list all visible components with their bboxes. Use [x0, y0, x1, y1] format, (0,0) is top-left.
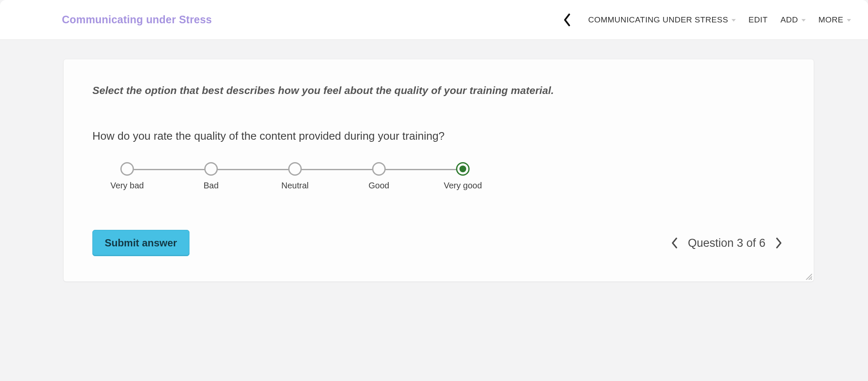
- likert-radio[interactable]: [120, 162, 134, 176]
- page-title: Communicating under Stress: [62, 14, 212, 26]
- likert-label: Very bad: [102, 181, 153, 190]
- likert-option: Bad: [186, 162, 236, 190]
- nav-more-dropdown[interactable]: MORE: [818, 15, 851, 25]
- nav-course-dropdown[interactable]: COMMUNICATING UNDER STRESS: [588, 15, 736, 25]
- nav-edit[interactable]: EDIT: [748, 15, 768, 25]
- likert-scale: Very badBadNeutralGoodVery good: [121, 162, 469, 200]
- nav-add-label: ADD: [780, 15, 798, 25]
- pager-next-button[interactable]: [773, 235, 785, 251]
- question-pager: Question 3 of 6: [668, 235, 785, 251]
- caret-down-icon: [847, 19, 851, 22]
- resize-handle-icon: [804, 272, 812, 280]
- likert-radio[interactable]: [372, 162, 386, 176]
- top-bar: Communicating under Stress COMMUNICATING…: [0, 0, 868, 40]
- likert-option: Neutral: [270, 162, 320, 190]
- app-frame: Communicating under Stress COMMUNICATING…: [0, 0, 868, 381]
- likert-label: Neutral: [270, 181, 320, 190]
- nav-course-label: COMMUNICATING UNDER STRESS: [588, 15, 728, 25]
- top-nav: COMMUNICATING UNDER STRESS EDIT ADD MORE: [559, 11, 851, 28]
- back-button[interactable]: [559, 11, 576, 28]
- likert-label: Very good: [437, 181, 488, 190]
- chevron-right-icon: [776, 237, 782, 249]
- pager-prev-button[interactable]: [668, 235, 680, 251]
- likert-label: Good: [353, 181, 404, 190]
- caret-down-icon: [732, 19, 736, 22]
- question-text: How do you rate the quality of the conte…: [92, 130, 785, 143]
- likert-option: Good: [353, 162, 404, 190]
- likert-radio[interactable]: [204, 162, 218, 176]
- question-card: Select the option that best describes ho…: [64, 59, 814, 282]
- nav-more-label: MORE: [818, 15, 843, 25]
- card-footer: Submit answer Question 3 of 6: [92, 230, 785, 256]
- nav-add-dropdown[interactable]: ADD: [780, 15, 806, 25]
- likert-option: Very good: [437, 162, 488, 190]
- likert-option: Very bad: [102, 162, 153, 190]
- likert-radio[interactable]: [288, 162, 302, 176]
- likert-radio[interactable]: [456, 162, 470, 176]
- submit-answer-button[interactable]: Submit answer: [92, 230, 189, 256]
- likert-label: Bad: [186, 181, 236, 190]
- chevron-left-icon: [563, 14, 571, 26]
- instruction-text: Select the option that best describes ho…: [92, 85, 785, 97]
- pager-label: Question 3 of 6: [688, 237, 765, 250]
- caret-down-icon: [801, 19, 806, 22]
- nav-edit-label: EDIT: [748, 15, 768, 25]
- resize-handle[interactable]: [804, 272, 812, 280]
- chevron-left-icon: [671, 237, 678, 249]
